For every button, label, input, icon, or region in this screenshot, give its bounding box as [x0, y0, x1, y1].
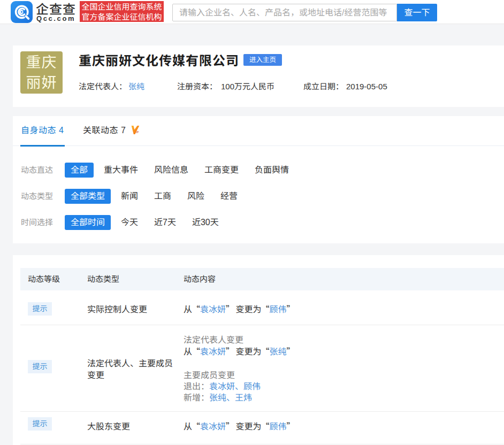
svg-text:IP: IP — [136, 131, 139, 134]
